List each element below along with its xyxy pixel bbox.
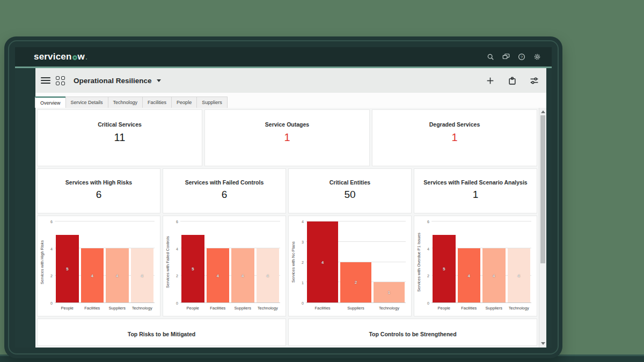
x-tick-label: Facilities [458, 306, 481, 311]
bar-people[interactable]: 5 [433, 235, 456, 302]
dashboard-title-dropdown[interactable]: Operational Resilience [74, 77, 161, 85]
x-tick-label: Facilities [81, 306, 104, 311]
share-icon[interactable] [508, 76, 517, 85]
x-tick-label: Facilities [307, 306, 338, 311]
bar-people[interactable]: 5 [56, 235, 79, 302]
kpi-value: 6 [96, 189, 102, 201]
bar-facilities[interactable]: 4 [307, 221, 338, 302]
help-icon[interactable]: ? [518, 53, 525, 61]
kpi-card-failed-scenario-analysis[interactable]: Services with Failed Scenario Analysis 1 [414, 168, 537, 213]
plus-icon[interactable] [486, 76, 495, 85]
plot-column: 5444PeopleFacilitiesSuppliersTechnology [431, 221, 531, 313]
y-tick-label: 4 [176, 247, 178, 251]
servicenow-logo[interactable]: servicenw [34, 51, 87, 62]
tab-facilities[interactable]: Facilities [142, 97, 172, 108]
kpi-label: Services with Failed Controls [185, 179, 264, 186]
vertical-scrollbar[interactable] [539, 108, 546, 348]
bar-chart: Services with Overdue P1 Issues02465444P… [416, 221, 531, 313]
kpi-row-2: Services with High Risks 6 Services with… [37, 168, 537, 213]
bar-technology[interactable]: 4 [508, 248, 531, 302]
x-tick-label: Suppliers [231, 306, 254, 311]
card-title: Top Controls to be Strengthened [369, 331, 456, 345]
kpi-card-failed-controls[interactable]: Services with Failed Controls 6 [163, 168, 286, 213]
y-tick-label: 4 [50, 247, 53, 251]
tab-people[interactable]: People [171, 97, 197, 108]
bar-value-label: 5 [192, 267, 194, 271]
chart-card-failed-controls: Services with Failed Controls02465444Peo… [163, 216, 286, 316]
plot-area: 421 [306, 221, 406, 303]
x-tick-label: Facilities [207, 306, 230, 311]
bar-chart: Services with Failed Controls02465444Peo… [165, 221, 280, 313]
app-grid-icon[interactable] [56, 76, 65, 85]
gear-icon[interactable] [533, 53, 541, 61]
chart-card-no-plans: Services with No Plans01234421Facilities… [288, 216, 412, 316]
tab-suppliers[interactable]: Suppliers [196, 97, 228, 108]
chart-card-high-risks: Services with High Risks02465444PeopleFa… [37, 216, 160, 316]
bar-facilities[interactable]: 4 [458, 248, 481, 302]
bar-value-label: 5 [66, 267, 68, 271]
search-icon[interactable] [487, 53, 494, 61]
kpi-value: 50 [344, 189, 355, 201]
kpi-card-service-outages[interactable]: Service Outages 1 [204, 109, 370, 166]
scroll-up-icon[interactable] [541, 110, 545, 113]
card-title: Top Risks to be Mitigated [128, 331, 195, 345]
bar-technology[interactable]: 1 [374, 282, 405, 302]
bar-suppliers[interactable]: 4 [106, 248, 129, 302]
scrollbar-thumb[interactable] [540, 115, 545, 263]
bar-technology[interactable]: 4 [131, 248, 154, 302]
filter-sliders-icon[interactable] [530, 76, 539, 85]
kpi-label: Critical Services [98, 121, 142, 128]
windows-icon[interactable] [502, 53, 510, 61]
y-tick-label: 0 [302, 301, 304, 305]
y-tick-label: 0 [427, 301, 429, 305]
kpi-card-degraded-services[interactable]: Degraded Services 1 [372, 109, 537, 166]
svg-text:?: ? [521, 55, 523, 60]
kpi-card-critical-services[interactable]: Critical Services 11 [37, 109, 202, 166]
bar-facilities[interactable]: 4 [81, 248, 104, 302]
kpi-card-high-risks[interactable]: Services with High Risks 6 [37, 168, 160, 213]
y-axis: 0246 [172, 221, 180, 303]
logo-text-suffix: w [78, 51, 85, 62]
bar-technology[interactable]: 4 [257, 248, 280, 302]
plot-column: 421FacilitiesSuppliersTechnology [306, 221, 406, 313]
bar-value-label: 4 [91, 273, 93, 278]
bar-suppliers[interactable]: 4 [482, 248, 506, 302]
bar-people[interactable]: 5 [181, 235, 204, 302]
kpi-row-1: Critical Services 11 Service Outages 1 D… [37, 109, 537, 166]
y-tick-label: 2 [50, 274, 53, 278]
bar-chart: Services with High Risks02465444PeopleFa… [40, 221, 155, 313]
bars-group: 421 [306, 221, 406, 302]
tab-overview[interactable]: Overview [35, 97, 66, 108]
y-tick-label: 2 [176, 274, 178, 278]
card-top-risks[interactable]: Top Risks to be Mitigated [37, 319, 286, 346]
bar-value-label: 4 [321, 260, 324, 264]
x-axis: PeopleFacilitiesSuppliersTechnology [55, 303, 155, 313]
x-tick-label: Technology [131, 306, 154, 311]
y-axis-label: Services with No Plans [291, 221, 298, 303]
hamburger-menu-icon[interactable] [41, 77, 50, 84]
kpi-value: 1 [473, 189, 479, 201]
x-tick-label: People [433, 306, 456, 311]
x-axis: PeopleFacilitiesSuppliersTechnology [180, 303, 280, 313]
card-top-controls[interactable]: Top Controls to be Strengthened [288, 319, 537, 346]
tab-service-details[interactable]: Service Details [65, 97, 108, 108]
bars-group: 5444 [180, 221, 280, 302]
chart-card-overdue-p1: Services with Overdue P1 Issues02465444P… [414, 216, 537, 316]
cards-area: Critical Services 11 Service Outages 1 D… [35, 108, 539, 348]
tab-technology[interactable]: Technology [108, 97, 143, 108]
y-axis-label: Services with High Risks [40, 221, 47, 303]
bar-value-label: 4 [518, 273, 520, 278]
kpi-card-critical-entities[interactable]: Critical Entities 50 [288, 168, 412, 213]
kpi-value: 1 [284, 131, 290, 144]
bar-facilities[interactable]: 4 [207, 248, 230, 302]
scroll-down-icon[interactable] [541, 342, 545, 345]
kpi-label: Services with High Risks [65, 179, 132, 186]
plot-area: 5444 [431, 221, 531, 303]
logo-text-prefix: servicen [34, 51, 72, 62]
y-tick-label: 1 [302, 281, 304, 285]
plot-area: 5444 [180, 221, 280, 303]
bar-suppliers[interactable]: 4 [231, 248, 254, 302]
dashboard-body: Critical Services 11 Service Outages 1 D… [35, 108, 546, 348]
bar-suppliers[interactable]: 2 [340, 262, 371, 303]
y-axis-label: Services with Failed Controls [165, 221, 172, 303]
